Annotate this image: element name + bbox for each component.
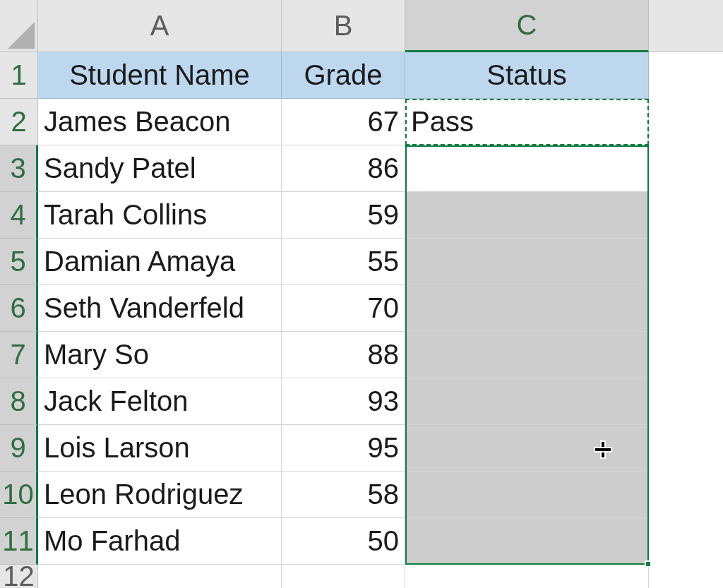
cell-a5[interactable]: Damian Amaya	[38, 239, 282, 285]
cell-b4[interactable]: 59	[282, 192, 405, 239]
cell-b3[interactable]: 86	[282, 145, 405, 192]
row-header-10[interactable]: 10	[0, 472, 38, 518]
cell-c6[interactable]	[405, 285, 649, 332]
cell-c11[interactable]	[405, 518, 649, 565]
spreadsheet-grid[interactable]: A B C 1 2 3 4 5 6 7 8 9 10 11 12 Student…	[0, 0, 723, 588]
cell-d-range[interactable]	[649, 52, 723, 588]
cell-b7[interactable]: 88	[282, 332, 405, 378]
col-header-a[interactable]: A	[38, 0, 282, 52]
header-cell-status[interactable]: Status	[405, 52, 649, 99]
cell-c9[interactable]	[405, 425, 649, 472]
cell-a9[interactable]: Lois Larson	[38, 425, 282, 472]
cell-a4[interactable]: Tarah Collins	[38, 192, 282, 239]
row-header-7[interactable]: 7	[0, 332, 38, 378]
cell-c4[interactable]	[405, 192, 649, 239]
cell-b5[interactable]: 55	[282, 239, 405, 285]
cell-a8[interactable]: Jack Felton	[38, 378, 282, 425]
header-cell-grade[interactable]: Grade	[282, 52, 405, 99]
cell-a11[interactable]: Mo Farhad	[38, 518, 282, 565]
row-header-4[interactable]: 4	[0, 192, 38, 239]
cell-c8[interactable]	[405, 378, 649, 425]
row-header-5[interactable]: 5	[0, 239, 38, 285]
row-header-2[interactable]: 2	[0, 99, 38, 145]
col-header-c[interactable]: C	[405, 0, 649, 52]
cell-b6[interactable]: 70	[282, 285, 405, 332]
col-header-b[interactable]: B	[282, 0, 405, 52]
cell-c7[interactable]	[405, 332, 649, 378]
col-header-d[interactable]	[649, 0, 723, 52]
row-header-11[interactable]: 11	[0, 518, 38, 565]
cell-a7[interactable]: Mary So	[38, 332, 282, 378]
cell-c10[interactable]	[405, 472, 649, 518]
row-header-6[interactable]: 6	[0, 285, 38, 332]
cell-a2[interactable]: James Beacon	[38, 99, 282, 145]
cell-a12[interactable]	[38, 565, 282, 588]
row-header-12[interactable]: 12	[0, 565, 38, 588]
select-all-corner[interactable]	[0, 0, 38, 52]
cell-b8[interactable]: 93	[282, 378, 405, 425]
cell-b9[interactable]: 95	[282, 425, 405, 472]
header-cell-student-name[interactable]: Student Name	[38, 52, 282, 99]
cell-b11[interactable]: 50	[282, 518, 405, 565]
cell-a6[interactable]: Seth Vanderfeld	[38, 285, 282, 332]
cell-b10[interactable]: 58	[282, 472, 405, 518]
cell-c3[interactable]	[405, 145, 649, 192]
cell-c12[interactable]	[405, 565, 649, 588]
cell-a10[interactable]: Leon Rodriguez	[38, 472, 282, 518]
row-header-9[interactable]: 9	[0, 425, 38, 472]
cell-c2[interactable]: Pass	[405, 99, 649, 145]
cell-b12[interactable]	[282, 565, 405, 588]
row-header-1[interactable]: 1	[0, 52, 38, 99]
row-header-8[interactable]: 8	[0, 378, 38, 425]
row-header-3[interactable]: 3	[0, 145, 38, 192]
cell-b2[interactable]: 67	[282, 99, 405, 145]
cell-a3[interactable]: Sandy Patel	[38, 145, 282, 192]
cell-c5[interactable]	[405, 239, 649, 285]
